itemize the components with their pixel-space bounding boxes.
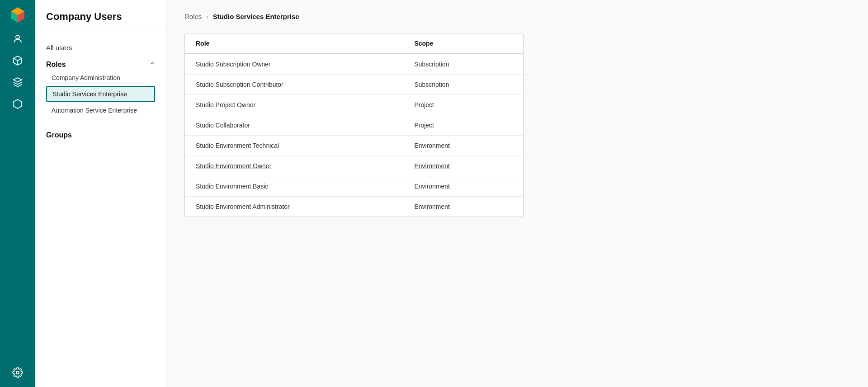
svg-point-0: [16, 35, 19, 39]
svg-point-1: [16, 371, 19, 374]
table-row: Studio Subscription OwnerSubscription: [185, 54, 523, 75]
sidebar-all-users[interactable]: All users: [35, 39, 166, 56]
table-row: Studio Environment AdministratorEnvironm…: [185, 197, 523, 217]
cell-role: Studio Environment Technical: [185, 136, 403, 156]
table-row: Studio Environment TechnicalEnvironment: [185, 136, 523, 156]
cell-role: Studio Subscription Contributor: [185, 75, 403, 95]
col-role: Role: [185, 33, 403, 54]
sidebar-roles-section: Roles ⌃ Company Administration Studio Se…: [35, 56, 166, 123]
cell-scope: Environment: [403, 197, 523, 217]
box-nav-icon[interactable]: [9, 52, 27, 70]
nav-bar: [0, 0, 35, 387]
breadcrumb-parent[interactable]: Roles: [184, 13, 202, 20]
table-row: Studio Environment OwnerEnvironment: [185, 156, 523, 176]
table-row: Studio Environment BasicEnvironment: [185, 176, 523, 197]
app-logo[interactable]: [8, 5, 27, 26]
table-row: Studio Subscription ContributorSubscript…: [185, 75, 523, 95]
cell-role: Studio Environment Basic: [185, 176, 403, 197]
settings-nav-icon[interactable]: [9, 363, 27, 382]
sidebar-roles-items: Company Administration Studio Services E…: [46, 71, 155, 118]
chevron-up-icon: ⌃: [150, 61, 155, 68]
main-content: Roles › Studio Services Enterprise Role …: [166, 0, 868, 387]
cell-role[interactable]: Studio Environment Owner: [185, 156, 403, 176]
roles-table-container: Role Scope Studio Subscription OwnerSubs…: [184, 33, 524, 217]
cell-role: Studio Environment Administrator: [185, 197, 403, 217]
cell-scope: Environment: [403, 176, 523, 197]
sidebar-item-company-admin[interactable]: Company Administration: [46, 71, 155, 85]
sidebar-item-studio-services[interactable]: Studio Services Enterprise: [46, 86, 155, 102]
table-row: Studio Project OwnerProject: [185, 95, 523, 115]
cell-role: Studio Project Owner: [185, 95, 403, 115]
cell-role: Studio Collaborator: [185, 115, 403, 136]
cell-role: Studio Subscription Owner: [185, 54, 403, 75]
sidebar-item-automation-service[interactable]: Automation Service Enterprise: [46, 103, 155, 118]
table-row: Studio CollaboratorProject: [185, 115, 523, 136]
cell-scope: Project: [403, 95, 523, 115]
users-nav-icon[interactable]: [9, 30, 27, 48]
sidebar-title: Company Users: [35, 11, 166, 32]
cell-scope[interactable]: Environment: [403, 156, 523, 176]
cell-scope: Project: [403, 115, 523, 136]
col-scope: Scope: [403, 33, 523, 54]
cell-scope: Environment: [403, 136, 523, 156]
roles-table: Role Scope Studio Subscription OwnerSubs…: [185, 33, 523, 217]
layers-nav-icon[interactable]: [9, 73, 27, 91]
cell-scope: Subscription: [403, 75, 523, 95]
cell-scope: Subscription: [403, 54, 523, 75]
hexagon-nav-icon[interactable]: [9, 95, 27, 113]
sidebar: Company Users All users Roles ⌃ Company …: [35, 0, 166, 387]
breadcrumb-separator: ›: [206, 13, 208, 20]
sidebar-roles-header[interactable]: Roles ⌃: [46, 61, 155, 69]
breadcrumb-current: Studio Services Enterprise: [213, 13, 299, 20]
sidebar-groups[interactable]: Groups: [35, 127, 166, 144]
breadcrumb: Roles › Studio Services Enterprise: [184, 13, 850, 20]
